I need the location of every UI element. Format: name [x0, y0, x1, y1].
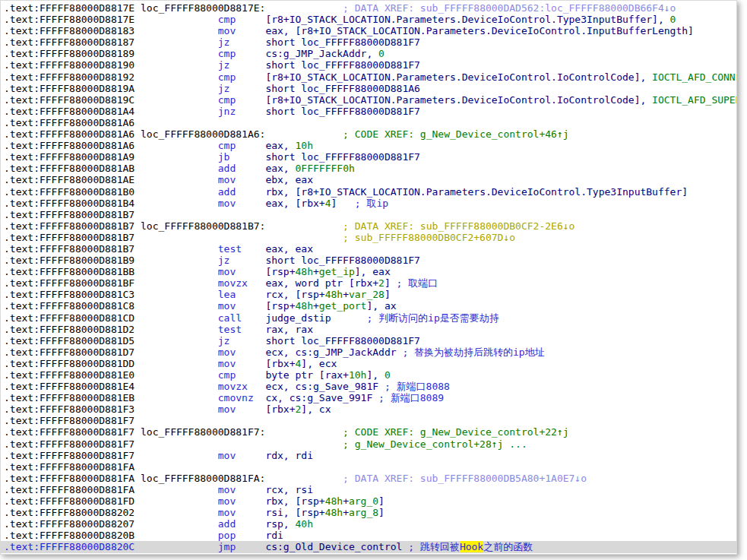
asm-line[interactable]: .text:FFFFF88000D88189 cmp cs:g_JMP_Jack…: [1, 48, 736, 59]
disassembly-listing[interactable]: .text:FFFFF88000D8817Eloc_FFFFF88000D881…: [1, 1, 736, 553]
number-literal: 10h: [349, 369, 366, 381]
mnemonic: cmp: [141, 369, 265, 381]
operand: ]: [385, 289, 391, 300]
address: .text:FFFFF88000D881AE: [1, 174, 141, 185]
asm-line[interactable]: .text:FFFFF88000D881B9 jz short loc_FFFF…: [1, 255, 736, 266]
mnemonic: mov: [141, 507, 265, 518]
asm-line[interactable]: .text:FFFFF88000D8820B pop rdi: [1, 530, 736, 541]
asm-line[interactable]: .text:FFFFF88000D881C3 lea rcx, [rsp+48h…: [1, 289, 736, 300]
asm-line[interactable]: .text:FFFFF88000D881FA mov rcx, rsi: [1, 484, 736, 495]
address: .text:FFFFF88000D881DD: [1, 358, 141, 369]
address: .text:FFFFF88000D881A4: [1, 106, 141, 117]
mnemonic: mov: [141, 198, 265, 209]
operand: cs:g_JMP_JackAddr,: [265, 48, 378, 59]
number-literal: 0FFFFFFF0h: [296, 163, 355, 174]
asm-line[interactable]: .text:FFFFF88000D881FAloc_FFFFF88000D881…: [1, 473, 736, 484]
asm-line[interactable]: .text:FFFFF88000D881B7 test eax, eax: [1, 243, 736, 255]
asm-line[interactable]: .text:FFFFF88000D881F7: [1, 415, 736, 426]
asm-line[interactable]: .text:FFFFF88000D881B7: [1, 209, 736, 220]
asm-line[interactable]: .text:FFFFF88000D881BB mov [rsp+48h+get_…: [1, 266, 736, 277]
asm-line[interactable]: .text:FFFFF88000D881A4 jnz short loc_FFF…: [1, 106, 736, 117]
xref-comment: ; g_New_Device_control+28↑j ...: [141, 438, 527, 450]
asm-line[interactable]: .text:FFFFF88000D8817Eloc_FFFFF88000D881…: [1, 2, 736, 14]
asm-line[interactable]: .text:FFFFF88000D881D7 mov ecx, cs:g_JMP…: [1, 346, 736, 358]
asm-line[interactable]: .text:FFFFF88000D881A6: [1, 117, 736, 128]
operand: [rbx+: [265, 403, 295, 415]
asm-line[interactable]: .text:FFFFF88000D88202 mov rsi, [rsp+48h…: [1, 507, 736, 518]
address: .text:FFFFF88000D88202: [1, 507, 141, 518]
asm-line[interactable]: .text:FFFFF88000D881EB cmovnz cx, cs:g_S…: [1, 392, 736, 403]
mnemonic: mov: [141, 25, 265, 36]
stack-variable: var_28: [349, 289, 385, 300]
mnemonic: add: [141, 186, 265, 198]
asm-line[interactable]: .text:FFFFF88000D881FA: [1, 461, 736, 473]
comment: ; 新端口8089: [378, 392, 444, 403]
operand: +: [313, 266, 319, 277]
asm-line[interactable]: .text:FFFFF88000D881F7 ; g_New_Device_co…: [1, 438, 736, 450]
mnemonic: cmp: [141, 71, 265, 83]
xref-comment: ; DATA XREF: sub_FFFFF88000DB0CF2-2E6↓o: [265, 220, 574, 232]
asm-line[interactable]: .text:FFFFF88000D881E4 movzx ecx, cs:g_S…: [1, 381, 736, 392]
asm-line[interactable]: .text:FFFFF88000D881C8 mov [rsp+48h+get_…: [1, 300, 736, 312]
operand: rbx, [rsp+: [265, 495, 324, 507]
asm-line[interactable]: .text:FFFFF88000D881B7loc_FFFFF88000D881…: [1, 220, 736, 232]
mnemonic: movzx: [141, 381, 265, 392]
asm-line[interactable]: .text:FFFFF88000D881F7 mov rdx, rdi: [1, 450, 736, 461]
code-label: loc_FFFFF88000D8817E:: [141, 2, 265, 14]
operand: [rsp+: [265, 300, 295, 312]
asm-line[interactable]: .text:FFFFF88000D881FD mov rbx, [rsp+48h…: [1, 495, 736, 507]
number-literal: 40h: [296, 518, 313, 530]
asm-line[interactable]: .text:FFFFF88000D881D5 jz short loc_FFFF…: [1, 335, 736, 346]
operand: short loc_FFFFF88000D881F7: [265, 151, 420, 163]
operand: ],: [366, 369, 384, 381]
xref-comment: ; DATA XREF: sub_FFFFF88000DAD562:loc_FF…: [265, 2, 676, 14]
asm-line[interactable]: .text:FFFFF88000D88190 jz short loc_FFFF…: [1, 59, 736, 71]
address: .text:FFFFF88000D881FD: [1, 495, 141, 507]
mnemonic: mov: [141, 358, 265, 369]
asm-line[interactable]: .text:FFFFF88000D881A6loc_FFFFF88000D881…: [1, 128, 736, 140]
asm-line[interactable]: .text:FFFFF88000D88183 mov eax, [r8+IO_S…: [1, 25, 736, 36]
address: .text:FFFFF88000D881C3: [1, 289, 141, 300]
comment: ; 判断访问的ip是否需要劫持: [331, 312, 499, 324]
asm-line[interactable]: .text:FFFFF88000D8819A jz short loc_FFFF…: [1, 83, 736, 94]
xref-comment: ; DATA XREF: sub_FFFFF88000DB5A80+1A0E7↓…: [265, 473, 587, 484]
asm-line[interactable]: .text:FFFFF88000D881B0 add rbx, [r8+IO_S…: [1, 186, 736, 198]
asm-line[interactable]: .text:FFFFF88000D881A6 cmp eax, 10h: [1, 140, 736, 151]
operand: short loc_FFFFF88000D881A6: [265, 83, 420, 94]
asm-line[interactable]: .text:FFFFF88000D88187 jz short loc_FFFF…: [1, 36, 736, 48]
xref-comment: ; CODE XREF: g_New_Device_control+22↑j: [265, 426, 568, 438]
asm-line[interactable]: .text:FFFFF88000D881DD mov [rbx+4], ecx: [1, 358, 736, 369]
number-literal: 0: [670, 14, 676, 25]
operand: [rsp+: [265, 266, 295, 277]
asm-line[interactable]: .text:FFFFF88000D881F3 mov [rbx+2], cx: [1, 403, 736, 415]
operand: [r8+IO_STACK_LOCATION.Parameters.DeviceI…: [265, 14, 669, 25]
address: .text:FFFFF88000D881B7: [1, 232, 141, 243]
asm-line[interactable]: .text:FFFFF88000D881B7 ; sub_FFFFF88000D…: [1, 232, 736, 243]
mnemonic: call: [141, 312, 265, 324]
asm-line[interactable]: .text:FFFFF88000D881AE mov ebx, eax: [1, 174, 736, 185]
asm-line[interactable]: .text:FFFFF88000D881F7loc_FFFFF88000D881…: [1, 426, 736, 438]
asm-line-current[interactable]: .text:FFFFF88000D8820C jmp cs:g_Old_Devi…: [1, 541, 736, 552]
asm-line[interactable]: .text:FFFFF88000D881BF movzx eax, word p…: [1, 277, 736, 289]
mnemonic: cmovnz: [141, 392, 265, 403]
address: .text:FFFFF88000D881F7: [1, 415, 141, 426]
asm-line[interactable]: .text:FFFFF88000D88207 add rsp, 40h: [1, 518, 736, 530]
asm-line[interactable]: .text:FFFFF88000D8817E cmp [r8+IO_STACK_…: [1, 14, 736, 25]
operand: eax, [r8+IO_STACK_LOCATION.Parameters.De…: [265, 25, 694, 36]
address: .text:FFFFF88000D881A6: [1, 117, 141, 128]
ida-disassembly-window: .text:FFFFF88000D8817Eloc_FFFFF88000D881…: [0, 0, 737, 555]
asm-line[interactable]: .text:FFFFF88000D881E0 cmp byte ptr [rax…: [1, 369, 736, 381]
asm-line[interactable]: .text:FFFFF88000D881CD call judge_dstip …: [1, 312, 736, 324]
mnemonic: jz: [141, 83, 265, 94]
asm-line[interactable]: .text:FFFFF88000D8819C cmp [r8+IO_STACK_…: [1, 94, 736, 106]
asm-line[interactable]: .text:FFFFF88000D881AB add eax, 0FFFFFFF…: [1, 163, 736, 174]
asm-line[interactable]: .text:FFFFF88000D881D2 test rax, rax: [1, 324, 736, 335]
asm-line[interactable]: .text:FFFFF88000D881A9 jb short loc_FFFF…: [1, 151, 736, 163]
operand: eax,: [265, 140, 295, 151]
address: .text:FFFFF88000D88190: [1, 59, 141, 71]
mnemonic: pop: [141, 530, 265, 541]
asm-line[interactable]: .text:FFFFF88000D881B4 mov eax, [rbx+4] …: [1, 198, 736, 209]
asm-line[interactable]: .text:FFFFF88000D88192 cmp [r8+IO_STACK_…: [1, 71, 736, 83]
code-label: loc_FFFFF88000D881A6:: [141, 128, 265, 140]
mnemonic: mov: [141, 346, 265, 358]
